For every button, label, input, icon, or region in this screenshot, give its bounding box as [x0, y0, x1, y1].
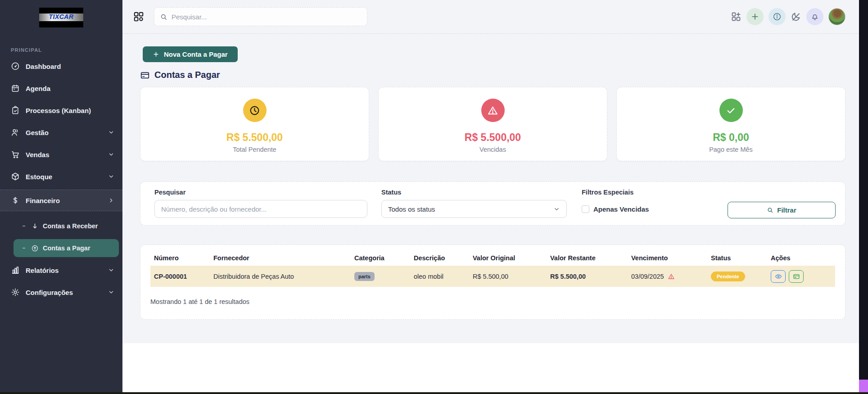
cell-categoria: parts	[354, 272, 414, 281]
cell-fornecedor: Distribuidora de Peças Auto	[213, 273, 354, 280]
sidebar-item-agenda[interactable]: Agenda	[0, 79, 122, 97]
bell-icon	[810, 12, 819, 21]
package-icon	[11, 172, 20, 181]
dollar-icon	[11, 196, 20, 205]
dark-mode-icon[interactable]	[791, 11, 801, 22]
sidebar-item-processos[interactable]: Processos (Kanban)	[0, 101, 122, 119]
sidebar-subitem-contas-a-pagar[interactable]: Contas a Pagar	[14, 239, 119, 257]
view-button[interactable]	[771, 270, 786, 283]
status-select-value: Todos os status	[388, 205, 553, 213]
column-header: Valor Restante	[550, 254, 631, 262]
cell-vencimento: 03/09/2025	[631, 273, 711, 280]
sidebar-item-relatorios[interactable]: Relatórios	[0, 261, 122, 279]
filter-search-group: Pesquisar	[154, 189, 367, 225]
filter-search-input[interactable]	[154, 200, 367, 218]
column-header: Categoria	[354, 254, 414, 262]
bar-chart-icon	[11, 266, 20, 275]
pay-button[interactable]	[789, 270, 804, 283]
plus-icon	[153, 51, 159, 58]
column-header: Valor Original	[473, 254, 550, 262]
sidebar-item-configuracoes[interactable]: Configurações	[0, 283, 122, 301]
clipboard-check-icon	[11, 106, 20, 115]
contas-table-panel: Número Fornecedor Categoria Descrição Va…	[140, 245, 845, 320]
app-logo: TIXCAR	[39, 8, 83, 27]
notifications-button[interactable]	[806, 8, 823, 25]
chevron-down-icon	[108, 289, 114, 295]
stat-value: R$ 5.500,00	[465, 131, 521, 144]
sidebar-item-financeiro[interactable]: Financeiro	[0, 190, 122, 211]
sidebar-item-vendas[interactable]: Vendas	[0, 145, 122, 163]
cell-valor-original: R$ 5.500,00	[473, 273, 550, 280]
page-title-text: Contas a Pagar	[154, 70, 220, 80]
financeiro-submenu: Contas a Receber Contas a Pagar	[0, 217, 122, 257]
screen-edge-artifact	[859, 380, 868, 392]
table-header-row: Número Fornecedor Categoria Descrição Va…	[150, 250, 835, 266]
global-search-input[interactable]	[172, 13, 362, 21]
filter-special-label: Filtros Especiais	[582, 189, 649, 196]
sidebar-item-gestao[interactable]: Gestão	[0, 123, 122, 141]
column-header: Ações	[771, 254, 836, 262]
apps-add-icon[interactable]	[731, 11, 741, 22]
sidebar-item-dashboard[interactable]: Dashboard	[0, 57, 122, 75]
apenas-vencidas-checkbox[interactable]	[582, 205, 589, 213]
logo-container: TIXCAR	[0, 0, 122, 27]
sidebar-item-label: Relatórios	[26, 267, 102, 274]
arrow-up-circle-icon	[31, 245, 39, 252]
apenas-vencidas-label: Apenas Vencidas	[593, 205, 649, 213]
chevron-down-icon	[108, 151, 114, 158]
logo-text: TIXCAR	[39, 13, 83, 20]
main-area: Nova Conta a Pagar Contas a Pagar R$ 5.5…	[122, 0, 859, 394]
chevron-down-icon	[553, 206, 560, 213]
new-conta-button[interactable]: Nova Conta a Pagar	[143, 46, 238, 62]
table-row: CP-000001 Distribuidora de Peças Auto pa…	[150, 266, 835, 287]
sidebar-subitem-contas-a-receber[interactable]: Contas a Receber	[14, 217, 119, 235]
category-badge: parts	[354, 272, 375, 281]
column-header: Fornecedor	[213, 254, 354, 262]
sidebar-item-label: Dashboard	[26, 63, 114, 70]
page-surface: Nova Conta a Pagar Contas a Pagar R$ 5.5…	[122, 0, 859, 343]
search-icon	[160, 13, 167, 21]
quick-add-button[interactable]	[746, 8, 764, 25]
page-title: Contas a Pagar	[140, 70, 845, 80]
apenas-vencidas-row: Apenas Vencidas	[582, 200, 649, 218]
stat-card-pago-mes: R$ 0,00 Pago este Mês	[616, 87, 845, 161]
new-conta-button-label: Nova Conta a Pagar	[164, 50, 228, 58]
warning-icon	[481, 99, 505, 122]
screen-edge-bottom	[0, 392, 868, 394]
user-avatar[interactable]	[828, 8, 845, 25]
arrow-down-icon	[31, 222, 39, 230]
topbar	[122, 0, 859, 34]
apps-grid-icon[interactable]	[133, 11, 145, 23]
filter-search-label: Pesquisar	[154, 189, 367, 196]
filter-status-group: Status Todos os status	[381, 189, 567, 225]
chevron-down-icon	[108, 173, 114, 180]
sidebar-item-label: Configurações	[26, 289, 102, 296]
chevron-down-icon	[108, 129, 114, 136]
cell-status: Pendente	[711, 272, 771, 281]
row-actions	[771, 270, 804, 283]
page-content: Nova Conta a Pagar Contas a Pagar R$ 5.5…	[122, 34, 859, 320]
filter-button[interactable]: Filtrar	[728, 202, 836, 218]
sidebar-item-label: Financeiro	[26, 197, 102, 204]
stat-value: R$ 0,00	[713, 131, 749, 144]
gear-icon	[11, 288, 20, 297]
stat-label: Vencidas	[479, 146, 506, 153]
cell-numero: CP-000001	[150, 273, 213, 280]
sidebar-subitem-label: Contas a Receber	[43, 222, 98, 230]
info-button[interactable]	[769, 8, 786, 25]
cell-acoes	[771, 270, 836, 283]
status-badge: Pendente	[711, 272, 745, 281]
chevron-right-icon	[108, 197, 114, 204]
global-search	[154, 7, 367, 26]
sidebar: TIXCAR PRINCIPAL Dashboard Agenda	[0, 0, 122, 392]
cart-icon	[11, 150, 20, 159]
sidebar-item-estoque[interactable]: Estoque	[0, 168, 122, 186]
status-select[interactable]: Todos os status	[381, 200, 567, 218]
users-icon	[11, 128, 20, 137]
column-header: Status	[711, 254, 771, 262]
chevron-down-icon	[108, 267, 114, 273]
column-header: Descrição	[414, 254, 473, 262]
stat-card-total-pendente: R$ 5.500,00 Total Pendente	[140, 87, 369, 161]
sidebar-item-label: Vendas	[26, 151, 102, 159]
filter-status-label: Status	[381, 189, 567, 196]
